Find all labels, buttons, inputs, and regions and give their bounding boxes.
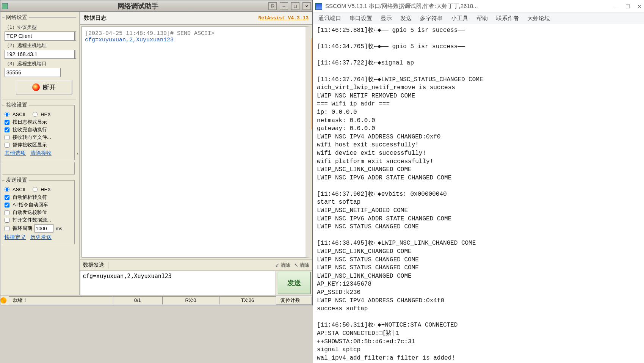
tofile-checkbox[interactable] [5,135,9,140]
spacer-panel [2,162,75,174]
minimize-button[interactable]: — [613,3,619,9]
recv-legend: 接收设置 [5,102,29,108]
logmode-checkbox[interactable] [5,120,9,125]
autowrap-checkbox[interactable] [5,127,9,132]
sscom-menubar: 通讯端口 串口设置 显示 发送 多字符串 小工具 帮助 联系作者 大虾论坛 [313,13,644,24]
app-icon [2,3,8,9]
menu-port[interactable]: 通讯端口 [318,15,341,22]
settings-sidebar: 网络设置 （1）协议类型 ▾ （2）远程主机地址 ▾ （3）远程主机端口 断开 [0,12,76,295]
send-legend: 发送设置 [5,177,29,184]
record-dot-icon [32,83,40,91]
send-button[interactable]: 发送 [277,272,311,294]
sscom-title: SSCOM V5.13.1 串口/网络数据调试器,作者:大虾丁丁,2618... [325,3,610,10]
menu-tools[interactable]: 小工具 [451,15,468,22]
sscom-icon [315,3,322,10]
disconnect-button[interactable]: 断开 [16,80,72,94]
protocol-select[interactable] [5,31,75,41]
menu-send[interactable]: 发送 [400,15,412,22]
netassist-titlebar[interactable]: 网络调试助手 ⎘ — □ ✕ [0,0,312,12]
menu-display[interactable]: 显示 [381,15,392,22]
send-hex-radio[interactable] [33,187,38,192]
proto-label: （1）协议类型 [5,24,76,31]
status-ready: 就绪！ [9,296,113,305]
splitter-handle[interactable]: ‹ [76,12,79,295]
recv-clear-link[interactable]: 清除接收 [30,150,52,157]
log-entry-header: [2023-04-25 11:48:49.130]# SEND ASCII> [85,30,302,37]
pause-checkbox[interactable] [5,143,9,148]
statusbar: 就绪！ 0/1 RX:0 TX:26 复位计数 [0,295,312,305]
cycle-label: 循环周期 [13,225,32,232]
status-ratio: 0/1 [113,296,162,305]
menu-serial[interactable]: 串口设置 [349,15,372,22]
port-label: （3）远程主机端口 [5,60,76,67]
disconnect-label: 断开 [43,83,56,92]
host-input[interactable] [5,50,75,59]
checksum-checkbox[interactable] [5,210,9,215]
sscom-log[interactable]: [11:46:25.881]收←◆—— gpio 5 isr success——… [313,24,644,363]
up-arrow-icon: ↖ [294,262,298,268]
clear-send-button[interactable]: ↙清除 [275,262,290,269]
cycle-checkbox[interactable] [5,226,9,231]
sendbar-label: 数据发送 [83,262,104,269]
status-rx: RX:0 [162,296,219,305]
recv-ascii-radio[interactable] [5,112,9,117]
send-ascii-radio[interactable] [5,187,9,192]
file-source-checkbox[interactable] [5,218,9,223]
main-area: 数据日志 NetAssist V4.3.13 [2023-04-25 11:48… [79,12,312,295]
maximize-button[interactable]: ☐ [625,3,630,9]
reset-count-button[interactable]: 复位计数 [276,296,312,305]
sscom-window: SSCOM V5.13.1 串口/网络数据调试器,作者:大虾丁丁,2618...… [313,0,644,363]
window-title: 网络调试助手 [10,2,265,11]
log-header-label: 数据日志 [84,14,107,22]
net-settings-legend: 网络设置 [5,14,29,21]
brand-link[interactable]: NetAssist V4.3.13 [258,15,309,21]
recv-settings-panel: 接收设置 ASCII HEX 按日志模式显示 接收完自动换行 接收转向至文件..… [2,102,75,160]
log-entry-cmd: cfg=xuyuxuan,2,Xuyuxuan123 [85,37,302,43]
divider [108,262,108,269]
down-arrow-icon: ↙ [275,262,279,268]
escape-checkbox[interactable] [5,195,9,200]
minimize-button[interactable]: — [280,2,288,10]
scroll-indicator [312,38,312,129]
recv-hex-radio[interactable] [33,112,38,117]
close-button[interactable]: ✕ [302,2,311,10]
menu-forum[interactable]: 大虾论坛 [527,15,550,22]
send-settings-panel: 发送设置 ASCII HEX 自动解析转义符 AT指令自动回车 自动发送校验位 … [2,177,75,244]
menu-multistr[interactable]: 多字符串 [420,15,443,22]
send-textarea[interactable] [80,271,276,295]
cycle-input[interactable] [34,224,53,233]
clear-send-button-2[interactable]: ↖清除 [294,262,309,269]
history-link[interactable]: 历史发送 [30,234,52,241]
net-settings-panel: 网络设置 （1）协议类型 ▾ （2）远程主机地址 ▾ （3）远程主机端口 断开 [2,14,76,99]
menu-help[interactable]: 帮助 [476,15,488,22]
maximize-button[interactable]: □ [291,2,299,10]
quickdef-link[interactable]: 快捷定义 [5,234,26,241]
netassist-window: 网络调试助手 ⎘ — □ ✕ 网络设置 （1）协议类型 ▾ （2）远程主机地址 … [0,0,313,305]
menu-contact[interactable]: 联系作者 [496,15,519,22]
fan-icon [0,297,6,303]
status-tx: TX:26 [219,296,276,305]
atret-checkbox[interactable] [5,203,9,207]
pin-button[interactable]: ⎘ [268,2,277,10]
log-area[interactable]: [2023-04-25 11:48:49.130]# SEND ASCII> c… [81,26,311,258]
recv-other-link[interactable]: 其他选项 [5,150,26,157]
close-button[interactable]: ✕ [637,3,642,9]
port-input[interactable] [5,68,61,77]
cycle-unit: ms [56,226,62,231]
sscom-titlebar[interactable]: SSCOM V5.13.1 串口/网络数据调试器,作者:大虾丁丁,2618...… [313,0,644,13]
host-label: （2）远程主机地址 [5,42,76,49]
